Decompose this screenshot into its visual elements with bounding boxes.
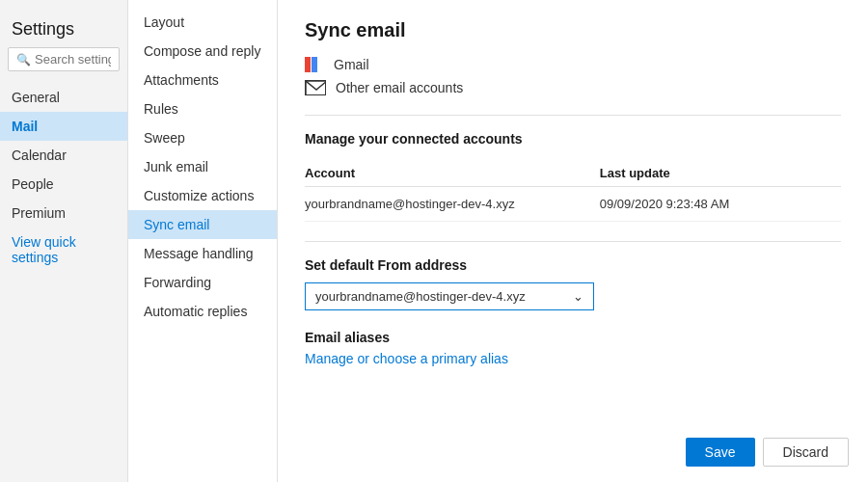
search-box[interactable]: 🔍 <box>8 47 120 71</box>
from-address-section: Set default From address yourbrandname@h… <box>305 257 841 310</box>
mail-nav-forwarding[interactable]: Forwarding <box>128 268 277 297</box>
gmail-label: Gmail <box>334 57 369 72</box>
chevron-down-icon: ⌄ <box>573 289 583 304</box>
page-title: Sync email <box>305 19 841 41</box>
gmail-icon <box>305 57 324 72</box>
other-email-label: Other email accounts <box>336 80 463 95</box>
sidebar: Settings 🔍 General Mail Calendar People … <box>0 0 128 482</box>
search-icon: 🔍 <box>16 53 31 67</box>
footer-buttons: Save Discard <box>686 438 849 467</box>
sidebar-item-calendar[interactable]: Calendar <box>0 141 127 170</box>
mail-nav-rules[interactable]: Rules <box>128 94 277 123</box>
quick-settings-link[interactable]: View quick settings <box>0 228 127 272</box>
mail-nav-sync-email[interactable]: Sync email <box>128 210 277 239</box>
envelope-icon <box>305 80 326 95</box>
mail-nav-sweep[interactable]: Sweep <box>128 123 277 152</box>
from-address-value: yourbrandname@hostinger-dev-4.xyz <box>315 289 526 304</box>
column-last-update: Last update <box>600 160 841 187</box>
save-button[interactable]: Save <box>686 438 755 467</box>
other-email-provider[interactable]: Other email accounts <box>305 80 841 95</box>
column-account: Account <box>305 160 600 187</box>
connected-accounts-label: Manage your connected accounts <box>305 131 841 147</box>
mail-nav-message-handling[interactable]: Message handling <box>128 239 277 268</box>
search-input[interactable] <box>35 52 111 67</box>
mail-nav-layout[interactable]: Layout <box>128 8 277 37</box>
divider-2 <box>305 241 841 242</box>
from-address-dropdown[interactable]: yourbrandname@hostinger-dev-4.xyz ⌄ <box>305 282 594 310</box>
aliases-link[interactable]: Manage or choose a primary alias <box>305 351 508 366</box>
gmail-provider[interactable]: Gmail <box>305 57 841 72</box>
mail-nav-junk-email[interactable]: Junk email <box>128 152 277 181</box>
account-last-update: 09/09/2020 9:23:48 AM <box>600 187 841 222</box>
sidebar-item-mail[interactable]: Mail <box>0 112 127 141</box>
mail-nav-automatic-replies[interactable]: Automatic replies <box>128 297 277 326</box>
discard-button[interactable]: Discard <box>763 438 849 467</box>
sidebar-item-people[interactable]: People <box>0 170 127 199</box>
sidebar-item-premium[interactable]: Premium <box>0 199 127 228</box>
sidebar-item-general[interactable]: General <box>0 83 127 112</box>
settings-header: Settings <box>0 8 127 47</box>
connected-accounts-table: Account Last update yourbrandname@hostin… <box>305 160 841 222</box>
mail-nav: Layout Compose and reply Attachments Rul… <box>128 0 278 482</box>
from-address-label: Set default From address <box>305 257 841 273</box>
main-content: Sync email Gmail Other email accounts Ma… <box>278 0 868 482</box>
aliases-section: Email aliases Manage or choose a primary… <box>305 330 841 366</box>
account-email: yourbrandname@hostinger-dev-4.xyz <box>305 187 600 222</box>
mail-nav-compose-reply[interactable]: Compose and reply <box>128 37 277 66</box>
aliases-label: Email aliases <box>305 330 841 345</box>
email-providers-list: Gmail Other email accounts <box>305 57 841 95</box>
mail-nav-attachments[interactable]: Attachments <box>128 66 277 94</box>
mail-nav-customize-actions[interactable]: Customize actions <box>128 181 277 210</box>
divider-1 <box>305 115 841 116</box>
table-row: yourbrandname@hostinger-dev-4.xyz 09/09/… <box>305 187 841 222</box>
